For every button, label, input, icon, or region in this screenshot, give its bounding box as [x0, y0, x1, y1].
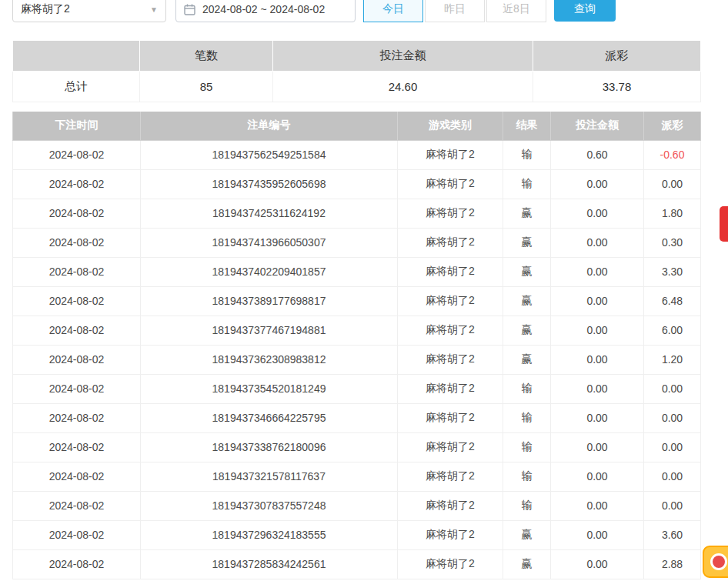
bet-amount: 0.00	[551, 432, 644, 462]
bet-time: 2024-08-02	[13, 403, 141, 432]
game-type: 麻将胡了2	[398, 462, 503, 491]
date-range-picker[interactable]: 2024-08-02 ~ 2024-08-02	[175, 0, 356, 22]
result: 赢	[503, 549, 551, 579]
game-type: 麻将胡了2	[398, 286, 503, 316]
summary-value-cell: 85	[140, 72, 273, 102]
game-type: 麻将胡了2	[398, 345, 503, 374]
customer-service-icon[interactable]	[703, 546, 728, 578]
bet-amount: 0.00	[551, 403, 644, 432]
bet-time: 2024-08-02	[13, 374, 141, 403]
summary-data-row: 总计 8524.6033.78	[13, 72, 701, 102]
bet-amount: 0.00	[551, 345, 644, 374]
bets-table: 下注时间注单编号游戏类别结果投注金额派彩 2024-08-02181943756…	[12, 112, 701, 579]
payout: 0.30	[644, 228, 701, 257]
bet-time: 2024-08-02	[13, 169, 141, 199]
result: 输	[503, 403, 551, 432]
game-type: 麻将胡了2	[398, 228, 503, 257]
bets-header-row: 下注时间注单编号游戏类别结果投注金额派彩	[13, 112, 701, 140]
result: 赢	[503, 199, 551, 228]
result: 输	[503, 462, 551, 491]
summary-row-label: 总计	[13, 72, 140, 102]
game-type: 麻将胡了2	[398, 199, 503, 228]
payout: 0.00	[644, 374, 701, 403]
bet-amount: 0.00	[551, 169, 644, 199]
filter-bar: 麻将胡了2 ▼ 2024-08-02 ~ 2024-08-02 今日昨日近8日 …	[0, 0, 728, 24]
payout: 2.88	[644, 549, 701, 579]
result: 输	[503, 374, 551, 403]
table-row: 2024-08-021819437346664225795麻将胡了2输0.000…	[13, 403, 701, 432]
bet-time: 2024-08-02	[13, 432, 141, 462]
table-row: 2024-08-021819437413966050307麻将胡了2赢0.000…	[13, 228, 701, 257]
bet-time: 2024-08-02	[13, 520, 141, 549]
payout: 0.00	[644, 491, 701, 520]
bet-amount: 0.00	[551, 462, 644, 491]
quick-filter-button-0[interactable]: 今日	[363, 0, 423, 22]
bet-amount: 0.00	[551, 199, 644, 228]
table-row: 2024-08-021819437296324183555麻将胡了2赢0.003…	[13, 520, 701, 549]
customer-service-glyph	[710, 553, 727, 570]
result: 输	[503, 169, 551, 199]
quick-filter-button-1[interactable]: 昨日	[425, 0, 485, 22]
bet-amount: 0.00	[551, 228, 644, 257]
game-type: 麻将胡了2	[398, 491, 503, 520]
bet-amount: 0.00	[551, 491, 644, 520]
table-row: 2024-08-021819437389177698817麻将胡了2赢0.006…	[13, 286, 701, 316]
summary-header-blank	[13, 41, 140, 72]
game-type: 麻将胡了2	[398, 549, 503, 579]
payout: -0.60	[644, 140, 701, 169]
order-id: 1819437389177698817	[141, 286, 398, 316]
bet-amount: 0.00	[551, 374, 644, 403]
order-id: 1819437562549251584	[141, 140, 398, 169]
game-select[interactable]: 麻将胡了2 ▼	[12, 0, 166, 22]
bet-time: 2024-08-02	[13, 228, 141, 257]
order-id: 1819437413966050307	[141, 228, 398, 257]
bet-amount: 0.00	[551, 520, 644, 549]
table-row: 2024-08-021819437435952605698麻将胡了2输0.000…	[13, 169, 701, 199]
bet-time: 2024-08-02	[13, 257, 141, 286]
quick-filter-button-2[interactable]: 近8日	[486, 0, 546, 22]
order-id: 1819437346664225795	[141, 403, 398, 432]
bet-history-page: 麻将胡了2 ▼ 2024-08-02 ~ 2024-08-02 今日昨日近8日 …	[0, 0, 728, 581]
result: 赢	[503, 345, 551, 374]
payout: 3.30	[644, 257, 701, 286]
order-id: 1819437338762180096	[141, 432, 398, 462]
summary-header-cell: 投注金额	[273, 41, 533, 72]
bets-header-cell: 派彩	[644, 112, 701, 140]
result: 赢	[503, 228, 551, 257]
bets-table-body: 2024-08-021819437562549251584麻将胡了2输0.60-…	[13, 140, 701, 579]
ribbon-tab[interactable]	[720, 206, 728, 242]
bet-amount: 0.00	[551, 257, 644, 286]
game-type: 麻将胡了2	[398, 432, 503, 462]
table-row: 2024-08-021819437425311624192麻将胡了2赢0.001…	[13, 199, 701, 228]
bets-header-cell: 下注时间	[13, 112, 141, 140]
result: 输	[503, 432, 551, 462]
order-id: 1819437425311624192	[141, 199, 398, 228]
table-row: 2024-08-021819437354520181249麻将胡了2输0.000…	[13, 374, 701, 403]
table-row: 2024-08-021819437307837557248麻将胡了2输0.000…	[13, 491, 701, 520]
game-type: 麻将胡了2	[398, 403, 503, 432]
result: 赢	[503, 286, 551, 316]
table-row: 2024-08-021819437338762180096麻将胡了2输0.000…	[13, 432, 701, 462]
calendar-icon	[184, 4, 195, 15]
result: 赢	[503, 257, 551, 286]
result: 赢	[503, 316, 551, 345]
summary-value-cell: 24.60	[273, 72, 533, 102]
payout: 0.00	[644, 462, 701, 491]
bets-header-cell: 游戏类别	[398, 112, 503, 140]
bet-amount: 0.00	[551, 286, 644, 316]
result: 输	[503, 491, 551, 520]
game-type: 麻将胡了2	[398, 140, 503, 169]
bet-amount: 0.00	[551, 549, 644, 579]
order-id: 1819437377467194881	[141, 316, 398, 345]
game-type: 麻将胡了2	[398, 374, 503, 403]
quick-filter-group: 今日昨日近8日	[362, 0, 546, 22]
game-type: 麻将胡了2	[398, 169, 503, 199]
bet-time: 2024-08-02	[13, 199, 141, 228]
bet-time: 2024-08-02	[13, 316, 141, 345]
payout: 0.00	[644, 403, 701, 432]
bet-amount: 0.00	[551, 316, 644, 345]
bet-time: 2024-08-02	[13, 140, 141, 169]
search-button[interactable]: 查询	[554, 0, 616, 22]
payout: 3.60	[644, 520, 701, 549]
table-row: 2024-08-021819437562549251584麻将胡了2输0.60-…	[13, 140, 701, 169]
